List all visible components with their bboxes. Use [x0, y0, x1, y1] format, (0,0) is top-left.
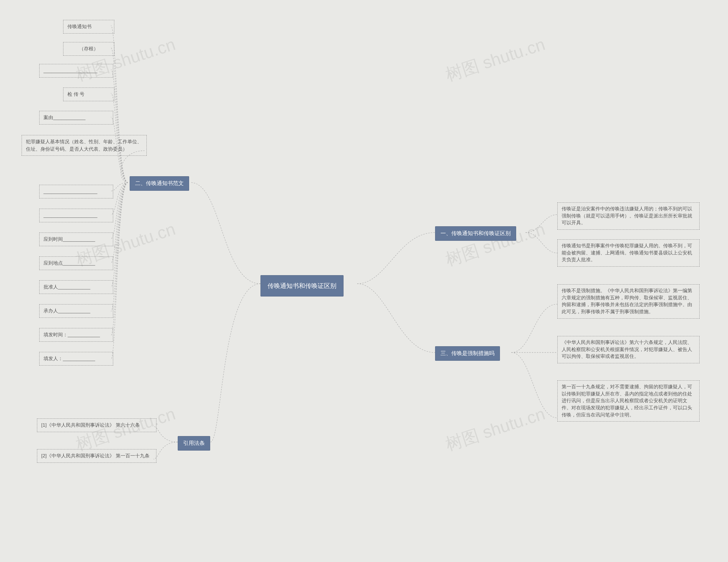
branch-2-leaf-14: 填发人：____________ — [39, 352, 113, 365]
branch-1-leaf-1: 传唤证是治安案件中的传唤违法嫌疑人用的；传唤不到的可以强制传唤（就是可以适用手铐… — [557, 203, 700, 230]
branch-3-leaf-1: 传唤不是强制措施。《中华人民共和国刑事诉讼法》第一编第六章规定的强制措施有五种，… — [557, 284, 700, 319]
branch-ref-leaf-2: [2]《中华人民共和国刑事诉讼法》 第一百一十九条 — [37, 449, 156, 463]
branch-2-leaf-10: 应到地点____________ — [39, 257, 113, 270]
branch-2-leaf-5: 案由____________ — [39, 111, 113, 125]
branch-3-node[interactable]: 三、传唤是强制措施吗 — [435, 346, 500, 361]
branch-3-leaf-2: 《中华人民共和国刑事诉讼法》第六十六条规定，人民法院、人民检察院和公安机关根据案… — [557, 336, 700, 363]
branch-2-node[interactable]: 二、传唤通知书范文 — [130, 176, 189, 191]
branch-3-leaf-3: 第一百一十九条规定，对不需要逮捕、拘留的犯罪嫌疑人，可以传唤到犯罪嫌疑人所在市、… — [557, 380, 700, 421]
root-node[interactable]: 传唤通知书和传唤证区别 — [260, 275, 344, 296]
branch-1-leaf-2: 传唤通知书是刑事案件中传唤犯罪嫌疑人用的。传唤不到，可能会被拘留、逮捕、上网通缉… — [557, 239, 700, 267]
branch-2-leaf-1: 传唤通知书 — [63, 20, 114, 34]
branch-ref-leaf-1: [1]《中华人民共和国刑事诉讼法》 第六十六条 — [37, 418, 156, 432]
branch-2-leaf-4: 检 传 号 — [63, 88, 114, 101]
branch-2-leaf-12: 承办人____________ — [39, 304, 113, 318]
branch-2-leaf-8: ____________________ — [39, 209, 113, 222]
branch-2-leaf-7: ____________________ — [39, 185, 113, 199]
branch-2-leaf-6: 犯罪嫌疑人基本情况（姓名、性别、年龄、工作单位、住址、身份证号码、是否人大代表、… — [22, 135, 147, 156]
watermark: 树图 shutu.cn — [442, 33, 548, 87]
branch-2-leaf-9: 应到时间____________ — [39, 233, 113, 246]
watermark: 树图 shutu.cn — [442, 218, 548, 272]
branch-2-leaf-2: （存根） — [63, 42, 114, 56]
branch-2-leaf-13: 填发时间：____________ — [39, 328, 113, 342]
watermark: 树图 shutu.cn — [73, 33, 178, 87]
branch-2-leaf-3: ____________________ — [39, 64, 113, 78]
branch-ref-node[interactable]: 引用法条 — [178, 436, 210, 451]
watermark: 树图 shutu.cn — [442, 402, 548, 456]
branch-1-node[interactable]: 一、传唤通知书和传唤证区别 — [435, 226, 516, 241]
branch-2-leaf-11: 批准人____________ — [39, 280, 113, 294]
